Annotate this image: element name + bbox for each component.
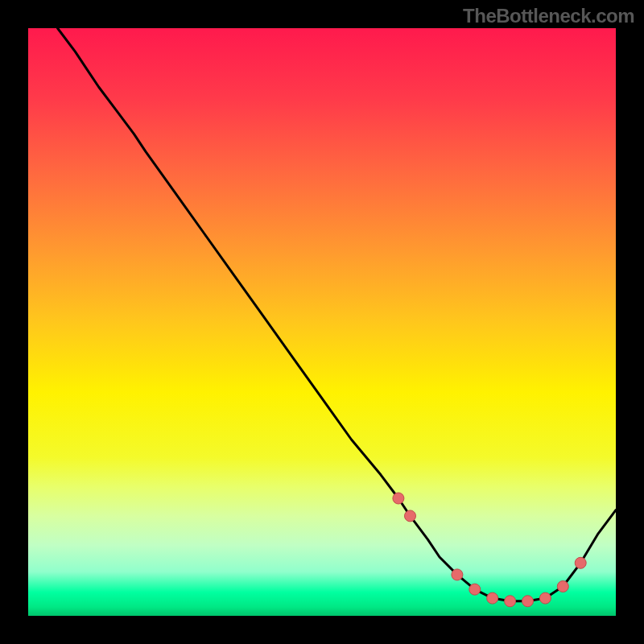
marker-point [522, 596, 534, 607]
marker-point [405, 510, 416, 522]
marker-point [539, 592, 551, 604]
chart-container: TheBottleneck.com [0, 0, 644, 644]
marker-point [487, 592, 498, 604]
marker-point [505, 596, 516, 607]
marker-point [575, 557, 586, 568]
marker-point [452, 569, 463, 580]
line-series [58, 28, 617, 601]
plot-area [28, 28, 616, 616]
chart-overlay [28, 28, 616, 616]
attribution-text: TheBottleneck.com [463, 5, 634, 27]
marker-point [557, 581, 568, 592]
marker-point [393, 493, 404, 504]
curve-bottleneck-curve [58, 28, 617, 601]
marker-point [469, 584, 481, 595]
